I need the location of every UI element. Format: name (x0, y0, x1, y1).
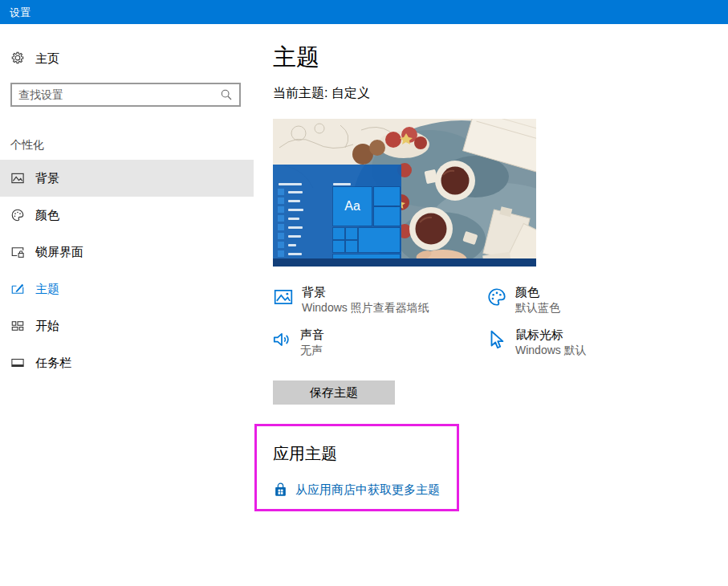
sidebar-home[interactable]: 主页 (0, 45, 254, 72)
settings-window: 设置 主页 个性化 背景 (0, 0, 728, 586)
attr-value: 无声 (300, 344, 323, 358)
sidebar-item-label: 颜色 (35, 208, 59, 223)
theme-icon (10, 282, 25, 296)
start-icon (10, 319, 25, 333)
sidebar-item-colors[interactable]: 颜色 (0, 197, 254, 234)
current-theme-label: 当前主题: 自定义 (273, 85, 370, 102)
titlebar: 设置 (0, 0, 728, 24)
attr-background: 背景 Windows 照片查看器墙纸 (273, 285, 490, 320)
sidebar-item-background[interactable]: 背景 (0, 160, 254, 197)
gear-icon (10, 51, 25, 65)
palette-icon (486, 287, 507, 307)
aa-tile-label: Aa (344, 199, 360, 214)
sidebar-item-lockscreen[interactable]: 锁屏界面 (0, 234, 254, 271)
get-more-themes-link[interactable]: 从应用商店中获取更多主题 (273, 481, 440, 499)
sidebar-item-label: 主题 (35, 282, 59, 297)
sidebar-section-label: 个性化 (10, 138, 44, 153)
attr-label: 颜色 (515, 285, 539, 300)
attr-label: 声音 (300, 328, 324, 343)
sidebar-item-label: 任务栏 (35, 356, 71, 371)
sidebar-item-label: 开始 (35, 319, 59, 334)
cursor-icon (486, 329, 507, 350)
search-input[interactable] (18, 84, 218, 105)
attr-value: Windows 默认 (515, 344, 587, 358)
preview-taskbar (273, 258, 536, 267)
attr-sound: 声音 无声 (271, 328, 488, 363)
attr-cursor: 鼠标光标 Windows 默认 (486, 328, 703, 363)
preview-aa-tile: Aa (333, 187, 372, 226)
save-theme-button[interactable]: 保存主题 (273, 380, 395, 405)
page-title: 主题 (273, 42, 319, 74)
attr-label: 背景 (302, 285, 326, 300)
preview-start-menu: Aa (273, 165, 401, 258)
attr-value: 默认蓝色 (515, 301, 560, 315)
attr-color: 颜色 默认蓝色 (486, 285, 703, 320)
search-box (10, 83, 241, 107)
image-icon (10, 171, 25, 185)
sound-icon (271, 329, 292, 350)
store-icon (273, 482, 288, 498)
sidebar-item-themes[interactable]: 主题 (0, 271, 254, 307)
sidebar: 主页 个性化 背景 颜色 (0, 24, 254, 586)
window-title: 设置 (10, 6, 31, 20)
attr-label: 鼠标光标 (515, 328, 563, 343)
sidebar-home-label: 主页 (35, 51, 59, 67)
palette-icon (10, 208, 25, 222)
lockscreen-icon (10, 245, 25, 259)
sidebar-nav: 背景 颜色 锁屏界面 主题 (0, 160, 254, 381)
sidebar-item-taskbar[interactable]: 任务栏 (0, 344, 254, 381)
attr-value: Windows 照片查看器墙纸 (302, 301, 429, 315)
search-icon[interactable] (220, 88, 233, 101)
main-content: 主题 当前主题: 自定义 (254, 24, 728, 586)
apply-theme-heading: 应用主题 (273, 443, 337, 465)
theme-preview-image: Aa (273, 119, 536, 267)
sidebar-item-label: 锁屏界面 (35, 245, 83, 260)
sidebar-item-start[interactable]: 开始 (0, 307, 254, 344)
taskbar-icon (10, 356, 25, 370)
store-link-label: 从应用商店中获取更多主题 (295, 482, 440, 498)
image-icon (273, 287, 294, 307)
sidebar-item-label: 背景 (35, 171, 59, 186)
